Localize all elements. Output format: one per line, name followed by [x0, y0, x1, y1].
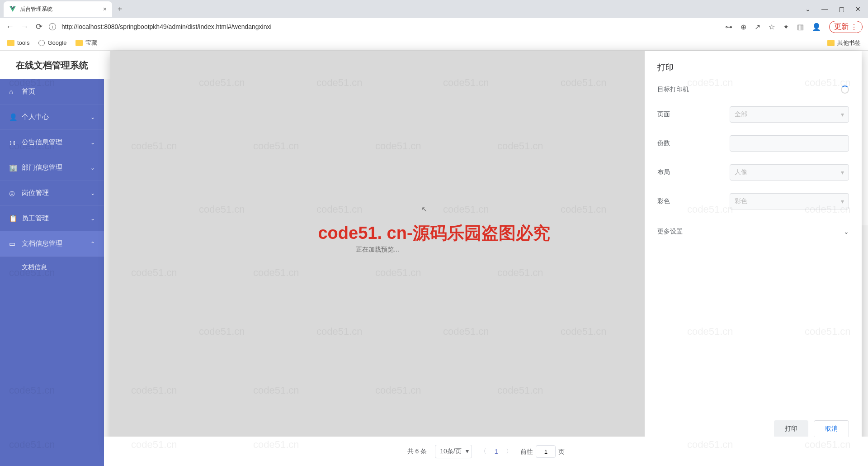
- dept-icon: 🏢: [9, 164, 16, 172]
- key-icon[interactable]: ⊶: [725, 23, 732, 31]
- chevron-down-icon: ▾: [841, 169, 844, 176]
- window-close-icon[interactable]: ✕: [855, 5, 861, 13]
- cancel-button[interactable]: 取消: [814, 420, 849, 437]
- vue-icon: [9, 5, 16, 13]
- address-bar: ← → ⟳ i http://localhost:8080/springboot…: [0, 18, 868, 35]
- profile-icon[interactable]: 👤: [812, 23, 821, 31]
- window-controls: ⌄ — ▢ ✕: [805, 5, 868, 13]
- sidebar-item-docmgmt[interactable]: ▭文档信息管理⌃: [0, 231, 104, 257]
- next-page-button[interactable]: 〉: [506, 447, 512, 456]
- chevron-down-icon: ⌄: [90, 190, 95, 196]
- pagination: 共 6 条 10条/页 ▾ 〈 1 〉 前往页: [104, 437, 868, 466]
- tab-title: 后台管理系统: [20, 5, 99, 13]
- chevron-down-icon: ⌄: [90, 114, 95, 120]
- chevron-down-icon: ⌄: [90, 139, 95, 146]
- more-settings-toggle[interactable]: 更多设置⌄: [657, 222, 849, 241]
- doc-icon: ▭: [9, 240, 16, 248]
- bookmark-other[interactable]: 其他书签: [827, 39, 861, 47]
- print-layout-select[interactable]: 人像▾: [730, 164, 849, 181]
- chevron-down-icon: ▾: [466, 447, 469, 455]
- sidebar-item-position[interactable]: ◎岗位管理⌄: [0, 181, 104, 206]
- home-icon: ⌂: [9, 88, 16, 95]
- position-icon: ◎: [9, 189, 16, 197]
- sidebar-item-home[interactable]: ⌂首页: [0, 79, 104, 105]
- chevron-down-icon: ▾: [841, 198, 844, 205]
- print-title: 打印: [657, 62, 849, 73]
- print-copies-label: 份数: [657, 139, 730, 147]
- sidebar-item-personal[interactable]: 👤个人中心⌄: [0, 105, 104, 130]
- bookmark-icon[interactable]: ☆: [769, 23, 775, 31]
- folder-icon: [75, 40, 83, 46]
- pagination-total: 共 6 条: [407, 447, 427, 456]
- prev-page-button[interactable]: 〈: [480, 447, 486, 456]
- print-dialog: 正在加载预览... ↖ 打印 目标打印机 页面 全部▾ 份数 布局: [110, 51, 862, 448]
- sidebar-item-staff[interactable]: 📋员工管理⌄: [0, 206, 104, 231]
- print-layout-label: 布局: [657, 168, 730, 176]
- maximize-icon[interactable]: ▢: [839, 5, 844, 13]
- page-jump-input[interactable]: [536, 445, 556, 458]
- browser-tab[interactable]: 后台管理系统 ×: [4, 1, 112, 17]
- zoom-icon[interactable]: ⊕: [741, 23, 746, 31]
- chevron-down-icon: ⌄: [844, 228, 849, 235]
- print-target-label: 目标打印机: [657, 86, 730, 94]
- chevron-up-icon: ⌃: [90, 241, 95, 247]
- cursor-icon: ↖: [421, 205, 427, 214]
- browser-chrome: 后台管理系统 × + ⌄ — ▢ ✕ ← → ⟳ i http://localh…: [0, 0, 868, 51]
- share-icon[interactable]: ↗: [755, 23, 760, 31]
- print-button[interactable]: 打印: [774, 420, 808, 437]
- sidebar-menu: ⌂首页 👤个人中心⌄ ⫾⫾公告信息管理⌄ 🏢部门信息管理⌄ ◎岗位管理⌄ 📋员工…: [0, 79, 104, 466]
- bookmark-baozang[interactable]: 宝藏: [75, 39, 97, 47]
- address-tools: ⊶ ⊕ ↗ ☆ ✦ ▥ 👤 更新 ⋮: [725, 21, 863, 33]
- current-page[interactable]: 1: [495, 448, 498, 455]
- print-copies-input[interactable]: [730, 135, 849, 152]
- chart-icon: ⫾⫾: [9, 138, 16, 146]
- tab-bar: 后台管理系统 × + ⌄ — ▢ ✕: [0, 0, 868, 18]
- chevron-down-icon: ▾: [841, 111, 844, 118]
- globe-icon: [38, 40, 45, 46]
- staff-icon: 📋: [9, 214, 16, 223]
- print-preview: 正在加载预览... ↖: [110, 51, 645, 448]
- back-button[interactable]: ←: [5, 22, 14, 32]
- bookmark-tools[interactable]: tools: [7, 39, 29, 46]
- update-button[interactable]: 更新 ⋮: [829, 21, 863, 33]
- print-pages-select[interactable]: 全部▾: [730, 106, 849, 123]
- app-container: 在线文档管理系统 ⌂首页 👤个人中心⌄ ⫾⫾公告信息管理⌄ 🏢部门信息管理⌄ ◎…: [0, 51, 868, 466]
- sidebar-item-notice[interactable]: ⫾⫾公告信息管理⌄: [0, 130, 104, 155]
- main-content: 管理员 abo 退出登录 首页 文档 操作 ☰详情 ✎修改 🗑删除 ☰详情 ✎修…: [104, 51, 868, 466]
- extensions-icon[interactable]: ✦: [783, 23, 789, 31]
- chevron-down-icon: ⌄: [90, 215, 95, 222]
- print-pages-label: 页面: [657, 110, 730, 119]
- url-text[interactable]: http://localhost:8080/springbootpkh49/ad…: [61, 23, 720, 30]
- print-settings-panel: 打印 目标打印机 页面 全部▾ 份数 布局 人像▾ 彩: [645, 51, 862, 448]
- reload-button[interactable]: ⟳: [34, 22, 43, 32]
- user-icon: 👤: [9, 113, 16, 121]
- preview-loading-text: 正在加载预览...: [356, 246, 399, 254]
- folder-icon: [827, 40, 835, 46]
- page-size-select[interactable]: 10条/页 ▾: [435, 445, 472, 458]
- app-logo: 在线文档管理系统: [0, 51, 104, 79]
- chevron-down-icon: ⌄: [90, 165, 95, 171]
- forward-button[interactable]: →: [20, 22, 29, 32]
- new-tab-button[interactable]: +: [112, 5, 128, 14]
- minimize-icon[interactable]: —: [821, 5, 828, 13]
- sidebar: 在线文档管理系统 ⌂首页 👤个人中心⌄ ⫾⫾公告信息管理⌄ 🏢部门信息管理⌄ ◎…: [0, 51, 104, 466]
- sidebar-subitem-docinfo[interactable]: 文档信息: [0, 257, 104, 278]
- sidepanel-icon[interactable]: ▥: [797, 23, 804, 31]
- site-info-icon[interactable]: i: [49, 23, 56, 30]
- bookmark-google[interactable]: Google: [38, 39, 66, 46]
- page-jump: 前往页: [520, 445, 565, 458]
- sidebar-item-dept[interactable]: 🏢部门信息管理⌄: [0, 155, 104, 181]
- print-color-label: 彩色: [657, 197, 730, 205]
- loading-spinner-icon: [841, 86, 849, 94]
- print-color-select[interactable]: 彩色▾: [730, 193, 849, 209]
- bookmarks-bar: tools Google 宝藏 其他书签: [0, 35, 868, 51]
- folder-icon: [7, 40, 14, 46]
- dropdown-icon[interactable]: ⌄: [805, 5, 811, 13]
- close-icon[interactable]: ×: [103, 5, 107, 13]
